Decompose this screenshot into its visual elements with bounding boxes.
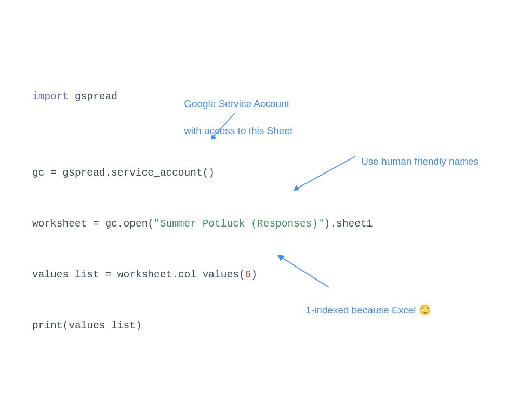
arrow-service-account-icon xyxy=(207,111,238,143)
code-number-six: 6 xyxy=(245,269,251,281)
annotation-friendly-names-text: Use human friendly names xyxy=(361,156,478,167)
svg-line-2 xyxy=(296,156,355,189)
arrow-one-indexed-icon xyxy=(273,251,335,291)
code-line-open-suffix: ).sheet1 xyxy=(324,218,373,230)
code-line-print: print(values_list) xyxy=(32,320,142,331)
code-line-colvalues-prefix: values_list = worksheet.col_values( xyxy=(32,269,245,281)
annotation-one-indexed: 1-indexed because Excel 🙄 xyxy=(295,290,431,330)
code-line-open-prefix: worksheet = gc.open( xyxy=(32,218,154,230)
svg-line-0 xyxy=(212,113,235,138)
annotation-friendly-names: Use human friendly names xyxy=(350,141,478,182)
annotation-one-indexed-text: 1-indexed because Excel 🙄 xyxy=(305,304,431,315)
svg-line-4 xyxy=(280,256,329,287)
annotation-service-account-line1: Google Service Account xyxy=(184,98,289,109)
annotation-service-account-line2: with access to this Sheet xyxy=(184,125,292,136)
code-string-sheetname: "Summer Potluck (Responses)" xyxy=(154,218,324,230)
svg-marker-5 xyxy=(277,255,285,261)
code-keyword-import: import xyxy=(32,91,69,102)
svg-marker-1 xyxy=(211,134,217,140)
code-line-colvalues-suffix: ) xyxy=(251,269,257,281)
arrow-friendly-names-icon xyxy=(289,154,362,196)
code-module-name: gspread xyxy=(69,91,117,102)
code-line-service-account: gc = gspread.service_account() xyxy=(32,167,215,179)
slide-canvas: import gspread gc = gspread.service_acco… xyxy=(0,0,532,399)
